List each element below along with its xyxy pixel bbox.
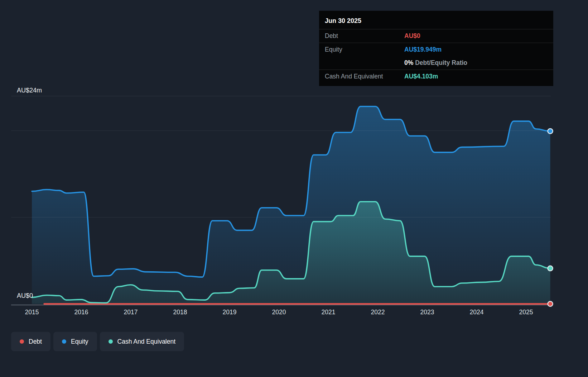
tooltip-date: Jun 30 2025 (319, 14, 553, 29)
svg-text:2021: 2021 (322, 309, 336, 316)
tooltip-equity-label: Equity (325, 46, 404, 53)
chart-tooltip: Jun 30 2025 Debt AU$0 Equity AU$19.949m … (319, 11, 553, 86)
debt-equity-history-page: AU$24mAU$0201520162017201820192020202120… (0, 0, 588, 377)
svg-text:2024: 2024 (470, 309, 484, 316)
legend: Debt Equity Cash And Equivalent (11, 332, 184, 351)
legend-equity-label: Equity (71, 338, 88, 345)
tooltip-debt-label: Debt (325, 32, 404, 40)
svg-text:2017: 2017 (124, 309, 138, 316)
tooltip-ratio-value: 0% Debt/Equity Ratio (404, 59, 467, 67)
equity-legend-dot (62, 339, 66, 344)
tooltip-cash-value: AU$4.103m (404, 73, 438, 80)
svg-text:2020: 2020 (272, 309, 286, 316)
legend-item-equity[interactable]: Equity (53, 332, 97, 351)
cash-legend-dot (109, 339, 113, 344)
ratio-caption: Debt/Equity Ratio (415, 59, 467, 66)
svg-text:2015: 2015 (25, 309, 39, 316)
svg-text:2019: 2019 (223, 309, 237, 316)
tooltip-equity-value: AU$19.949m (404, 46, 442, 53)
legend-cash-label: Cash And Equivalent (117, 338, 175, 345)
svg-text:2023: 2023 (420, 309, 434, 316)
svg-text:2016: 2016 (74, 309, 88, 316)
svg-text:AU$24m: AU$24m (17, 87, 42, 94)
svg-text:AU$0: AU$0 (17, 292, 33, 299)
svg-text:2022: 2022 (371, 309, 385, 316)
tooltip-row-equity: Equity AU$19.949m (319, 43, 553, 56)
legend-item-cash[interactable]: Cash And Equivalent (100, 332, 184, 351)
legend-debt-label: Debt (29, 338, 42, 345)
svg-text:2025: 2025 (519, 309, 533, 316)
legend-item-debt[interactable]: Debt (11, 332, 50, 351)
tooltip-row-ratio: 0% Debt/Equity Ratio (319, 56, 553, 70)
tooltip-row-cash: Cash And Equivalent AU$4.103m (319, 70, 553, 83)
tooltip-debt-value: AU$0 (404, 32, 420, 40)
tooltip-cash-label: Cash And Equivalent (325, 73, 404, 80)
debt-legend-dot (20, 339, 24, 344)
ratio-percent: 0% (404, 59, 413, 66)
tooltip-row-debt: Debt AU$0 (319, 29, 553, 43)
svg-text:2018: 2018 (173, 309, 187, 316)
